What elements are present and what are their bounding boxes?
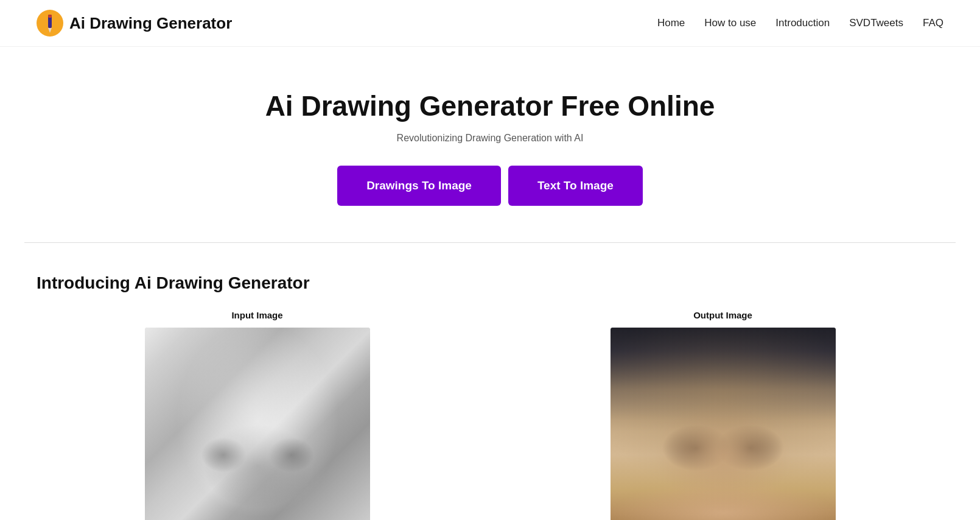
- nav-home[interactable]: Home: [657, 17, 685, 29]
- input-image-placeholder: [145, 328, 370, 520]
- main-nav: Home How to use Introduction SVDTweets F…: [657, 17, 943, 29]
- intro-title: Introducing Ai Drawing Generator: [37, 273, 943, 293]
- sketch-image: [145, 328, 370, 520]
- output-image-column: Output Image: [502, 310, 943, 520]
- logo-text: Ai Drawing Generator: [69, 14, 232, 33]
- nav-svdtweets[interactable]: SVDTweets: [849, 17, 903, 29]
- color-image: [611, 328, 836, 520]
- input-image-column: Input Image: [37, 310, 478, 520]
- logo[interactable]: Ai Drawing Generator: [37, 10, 232, 37]
- nav-faq[interactable]: FAQ: [923, 17, 943, 29]
- hero-section: Ai Drawing Generator Free Online Revolut…: [0, 47, 980, 236]
- input-image-label: Input Image: [231, 310, 282, 320]
- intro-section: Introducing Ai Drawing Generator Input I…: [0, 261, 980, 520]
- section-divider: [24, 242, 956, 243]
- nav-introduction[interactable]: Introduction: [775, 17, 830, 29]
- output-image-label: Output Image: [693, 310, 752, 320]
- logo-icon: [37, 10, 63, 37]
- svg-rect-4: [49, 16, 51, 18]
- hero-title: Ai Drawing Generator Free Online: [12, 90, 968, 123]
- output-image-placeholder: [611, 328, 836, 520]
- header: Ai Drawing Generator Home How to use Int…: [0, 0, 980, 47]
- text-to-image-button[interactable]: Text To Image: [508, 166, 643, 206]
- nav-how-to-use[interactable]: How to use: [704, 17, 756, 29]
- hero-buttons: Drawings To Image Text To Image: [12, 166, 968, 206]
- images-row: Input Image Output Image: [37, 310, 943, 520]
- hero-subtitle: Revolutionizing Drawing Generation with …: [12, 133, 968, 144]
- drawings-to-image-button[interactable]: Drawings To Image: [337, 166, 501, 206]
